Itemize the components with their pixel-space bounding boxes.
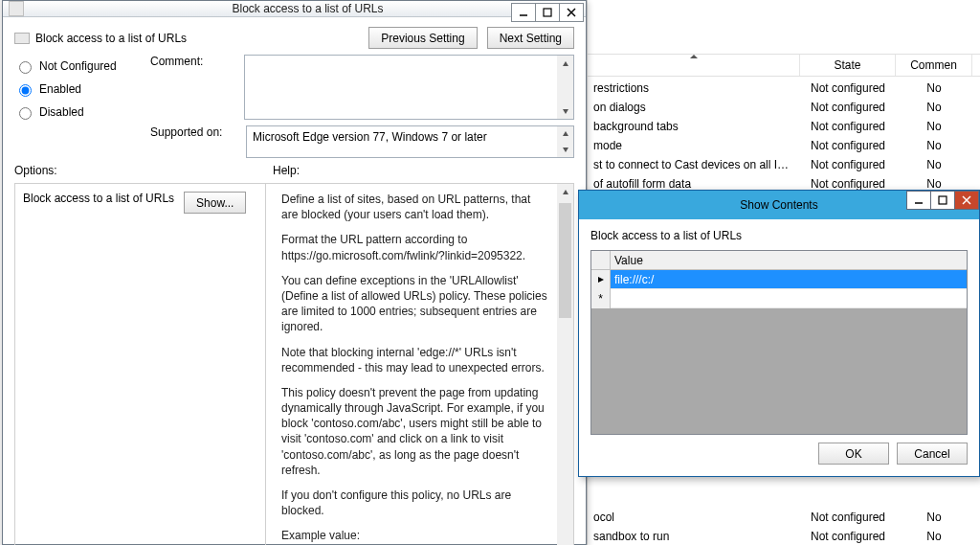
list-item[interactable]: modeNot configuredNo (588, 136, 980, 155)
list-item-state: Not configured (800, 101, 896, 114)
help-paragraph: This policy doesn't prevent the page fro… (281, 385, 548, 478)
policy-setting-icon (9, 1, 24, 16)
help-panel: Define a list of sites, based on URL pat… (274, 184, 573, 545)
previous-setting-button[interactable]: Previous Setting (368, 27, 477, 49)
grid-row[interactable]: file:///c:/ (591, 270, 967, 289)
list-item[interactable]: background tabsNot configuredNo (588, 117, 980, 136)
supported-on-label: Supported on: (150, 125, 236, 158)
value-grid[interactable]: Value file:///c:/ * (590, 250, 968, 435)
policy-list-header: State Commen (588, 54, 980, 77)
supported-on-textbox: Microsoft Edge version 77, Windows 7 or … (246, 125, 574, 158)
maximize-button[interactable] (930, 191, 955, 210)
radio-disabled[interactable]: Disabled (14, 104, 141, 120)
list-item-name: sandbox to run (588, 530, 800, 543)
minimize-button[interactable] (906, 191, 931, 210)
list-item-state: Not configured (800, 177, 896, 191)
list-item-state: Not configured (800, 120, 896, 133)
next-setting-button[interactable]: Next Setting (487, 27, 574, 49)
scrollbar-vertical[interactable] (557, 184, 573, 545)
list-item-name: st to connect to Cast devices on all IP … (588, 158, 800, 171)
grid-cell-value[interactable]: file:///c:/ (611, 270, 967, 289)
svg-marker-8 (563, 190, 568, 194)
list-item-state: Not configured (800, 158, 896, 171)
list-item-state: Not configured (800, 530, 896, 543)
list-item[interactable]: ocolNot configuredNo (588, 508, 980, 527)
gp-title-text: Block access to a list of URLs (30, 2, 586, 15)
svg-marker-7 (563, 148, 568, 152)
scroll-up-icon[interactable] (557, 184, 573, 200)
scrollbar-vertical[interactable] (557, 126, 573, 157)
help-paragraph: Example value: (281, 528, 548, 543)
scroll-down-icon[interactable] (557, 142, 573, 157)
list-item-comment: No (896, 511, 972, 524)
supported-on-value: Microsoft Edge version 77, Windows 7 or … (247, 126, 573, 148)
close-button[interactable] (559, 3, 584, 22)
grid-corner (591, 251, 611, 269)
help-paragraph: Note that blocking internal 'edge://*' U… (281, 345, 548, 375)
list-item[interactable]: sandbox to runNot configuredNo (588, 527, 980, 545)
show-button[interactable]: Show... (184, 192, 246, 214)
svg-rect-1 (544, 9, 551, 16)
policy-list-header-comment[interactable]: Commen (896, 55, 972, 76)
minimize-button[interactable] (511, 3, 536, 22)
list-item-state: Not configured (800, 81, 896, 95)
list-item-name: background tabs (588, 120, 800, 133)
list-item[interactable]: on dialogsNot configuredNo (588, 98, 980, 117)
sc-label: Block access to a list of URLs (590, 229, 968, 242)
close-button[interactable] (954, 191, 979, 210)
list-item[interactable]: st to connect to Cast devices on all IP … (588, 155, 980, 174)
radio-not-configured[interactable]: Not Configured (14, 58, 141, 74)
show-contents-dialog: Show Contents Block access to a list of … (578, 190, 980, 477)
list-item-name: ocol (588, 511, 800, 524)
scroll-down-icon[interactable] (557, 102, 573, 119)
help-paragraph: If you don't configure this policy, no U… (281, 488, 548, 518)
list-item-comment: No (896, 139, 972, 152)
list-item-name: mode (588, 139, 800, 152)
scrollbar-vertical[interactable] (557, 56, 573, 119)
help-paragraph: You can define exceptions in the 'URLAll… (281, 273, 548, 335)
help-paragraph: Define a list of sites, based on URL pat… (281, 192, 548, 222)
grid-cell-value[interactable] (611, 289, 967, 308)
gp-heading: Block access to a list of URLs (35, 32, 187, 45)
options-setting-name: Block access to a list of URLs (23, 192, 174, 205)
list-item-name: restrictions (588, 81, 800, 95)
list-item-state: Not configured (800, 139, 896, 152)
radio-enabled[interactable]: Enabled (14, 81, 141, 97)
row-indicator-new: * (591, 289, 611, 308)
row-indicator-current-icon (591, 270, 611, 289)
help-label: Help: (273, 164, 574, 177)
options-label: Options: (14, 164, 273, 177)
policy-list-header-state[interactable]: State (800, 55, 896, 76)
svg-marker-5 (563, 109, 568, 114)
options-panel: Block access to a list of URLs Show... (15, 184, 266, 545)
policy-list-header-setting[interactable] (588, 55, 800, 76)
list-item[interactable]: restrictionsNot configuredNo (588, 79, 980, 98)
scroll-thumb[interactable] (559, 203, 571, 318)
list-item-comment: No (896, 177, 972, 191)
svg-marker-6 (563, 131, 568, 136)
policy-setting-icon (14, 33, 30, 44)
svg-marker-4 (563, 61, 568, 66)
grid-header-value[interactable]: Value (611, 251, 967, 269)
list-item-comment: No (896, 81, 972, 95)
scroll-up-icon[interactable] (557, 56, 573, 72)
sc-titlebar[interactable]: Show Contents (579, 191, 979, 219)
cancel-button[interactable]: Cancel (897, 443, 968, 465)
list-item-comment: No (896, 530, 972, 543)
list-item-name: of autofill form data (588, 177, 800, 191)
list-item-name: on dialogs (588, 101, 800, 114)
svg-rect-11 (939, 196, 947, 204)
list-item-comment: No (896, 120, 972, 133)
help-paragraph: Format the URL pattern according to http… (281, 232, 548, 262)
grid-row-new[interactable]: * (591, 289, 967, 308)
comment-textbox[interactable] (244, 55, 574, 120)
comment-label: Comment: (150, 55, 236, 120)
ok-button[interactable]: OK (818, 443, 889, 465)
maximize-button[interactable] (535, 3, 560, 22)
list-item-comment: No (896, 101, 972, 114)
scroll-up-icon[interactable] (557, 126, 573, 142)
list-item-comment: No (896, 158, 972, 171)
list-item-state: Not configured (800, 511, 896, 524)
gp-titlebar[interactable]: Block access to a list of URLs (3, 1, 586, 17)
gp-dialog: Block access to a list of URLs Block acc… (2, 0, 587, 545)
